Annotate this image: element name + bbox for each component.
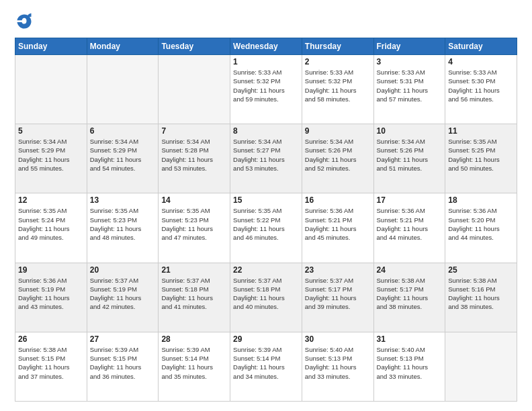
day-info: Sunrise: 5:37 AM Sunset: 5:17 PM Dayligh…: [305, 276, 371, 312]
day-info: Sunrise: 5:39 AM Sunset: 5:14 PM Dayligh…: [161, 345, 227, 381]
week-row-4: 19Sunrise: 5:36 AM Sunset: 5:19 PM Dayli…: [15, 263, 517, 332]
day-cell: [87, 55, 159, 124]
day-cell: [15, 55, 87, 124]
page: SundayMondayTuesdayWednesdayThursdayFrid…: [0, 0, 532, 411]
day-cell: 25Sunrise: 5:38 AM Sunset: 5:16 PM Dayli…: [445, 263, 517, 332]
day-cell: 3Sunrise: 5:33 AM Sunset: 5:31 PM Daylig…: [373, 55, 445, 124]
header: [15, 12, 517, 31]
day-cell: 21Sunrise: 5:37 AM Sunset: 5:18 PM Dayli…: [159, 263, 230, 332]
header-cell-friday: Friday: [373, 38, 445, 55]
day-info: Sunrise: 5:36 AM Sunset: 5:19 PM Dayligh…: [18, 276, 84, 312]
day-number: 10: [377, 126, 443, 136]
day-number: 25: [448, 265, 514, 275]
day-cell: 12Sunrise: 5:35 AM Sunset: 5:24 PM Dayli…: [15, 193, 87, 263]
day-info: Sunrise: 5:35 AM Sunset: 5:25 PM Dayligh…: [448, 137, 514, 173]
day-info: Sunrise: 5:34 AM Sunset: 5:29 PM Dayligh…: [18, 137, 84, 173]
day-number: 31: [377, 334, 443, 344]
header-cell-monday: Monday: [87, 38, 159, 55]
day-info: Sunrise: 5:35 AM Sunset: 5:22 PM Dayligh…: [233, 206, 299, 242]
header-cell-tuesday: Tuesday: [159, 38, 230, 55]
day-info: Sunrise: 5:34 AM Sunset: 5:26 PM Dayligh…: [305, 137, 371, 173]
day-number: 17: [377, 195, 443, 205]
day-cell: 10Sunrise: 5:34 AM Sunset: 5:26 PM Dayli…: [373, 124, 445, 193]
day-info: Sunrise: 5:38 AM Sunset: 5:15 PM Dayligh…: [18, 345, 84, 381]
day-info: Sunrise: 5:38 AM Sunset: 5:17 PM Dayligh…: [377, 276, 443, 312]
day-cell: 18Sunrise: 5:36 AM Sunset: 5:20 PM Dayli…: [445, 193, 517, 263]
day-cell: 5Sunrise: 5:34 AM Sunset: 5:29 PM Daylig…: [15, 124, 87, 193]
day-cell: 31Sunrise: 5:40 AM Sunset: 5:13 PM Dayli…: [373, 332, 445, 401]
day-number: 11: [448, 126, 514, 136]
day-cell: 22Sunrise: 5:37 AM Sunset: 5:18 PM Dayli…: [230, 263, 302, 332]
day-info: Sunrise: 5:36 AM Sunset: 5:21 PM Dayligh…: [305, 206, 371, 242]
day-info: Sunrise: 5:34 AM Sunset: 5:29 PM Dayligh…: [90, 137, 156, 173]
day-cell: 29Sunrise: 5:39 AM Sunset: 5:14 PM Dayli…: [230, 332, 302, 401]
day-number: 24: [377, 265, 443, 275]
day-info: Sunrise: 5:33 AM Sunset: 5:32 PM Dayligh…: [233, 68, 299, 103]
day-number: 13: [90, 195, 156, 205]
day-info: Sunrise: 5:37 AM Sunset: 5:18 PM Dayligh…: [233, 276, 299, 312]
day-cell: 15Sunrise: 5:35 AM Sunset: 5:22 PM Dayli…: [230, 193, 302, 263]
day-cell: 7Sunrise: 5:34 AM Sunset: 5:28 PM Daylig…: [159, 124, 230, 193]
day-number: 27: [90, 334, 156, 344]
week-row-1: 1Sunrise: 5:33 AM Sunset: 5:32 PM Daylig…: [15, 55, 517, 124]
day-cell: 28Sunrise: 5:39 AM Sunset: 5:14 PM Dayli…: [159, 332, 230, 401]
day-number: 9: [305, 126, 371, 136]
day-info: Sunrise: 5:33 AM Sunset: 5:32 PM Dayligh…: [305, 68, 371, 103]
day-cell: 27Sunrise: 5:39 AM Sunset: 5:15 PM Dayli…: [87, 332, 159, 401]
logo: [15, 12, 36, 31]
day-number: 12: [18, 195, 84, 205]
day-number: 3: [377, 57, 443, 66]
day-number: 7: [161, 126, 227, 136]
day-cell: 14Sunrise: 5:35 AM Sunset: 5:23 PM Dayli…: [159, 193, 230, 263]
header-cell-sunday: Sunday: [15, 38, 87, 55]
week-row-3: 12Sunrise: 5:35 AM Sunset: 5:24 PM Dayli…: [15, 193, 517, 263]
day-number: 22: [233, 265, 299, 275]
week-row-2: 5Sunrise: 5:34 AM Sunset: 5:29 PM Daylig…: [15, 124, 517, 193]
header-row: SundayMondayTuesdayWednesdayThursdayFrid…: [15, 38, 517, 55]
day-info: Sunrise: 5:37 AM Sunset: 5:18 PM Dayligh…: [161, 276, 227, 312]
header-cell-saturday: Saturday: [445, 38, 517, 55]
day-cell: 11Sunrise: 5:35 AM Sunset: 5:25 PM Dayli…: [445, 124, 517, 193]
calendar: SundayMondayTuesdayWednesdayThursdayFrid…: [15, 38, 517, 402]
day-cell: 8Sunrise: 5:34 AM Sunset: 5:27 PM Daylig…: [230, 124, 302, 193]
day-info: Sunrise: 5:40 AM Sunset: 5:13 PM Dayligh…: [305, 345, 371, 381]
header-cell-thursday: Thursday: [302, 38, 373, 55]
day-info: Sunrise: 5:37 AM Sunset: 5:19 PM Dayligh…: [90, 276, 156, 312]
day-cell: 24Sunrise: 5:38 AM Sunset: 5:17 PM Dayli…: [373, 263, 445, 332]
day-number: 30: [305, 334, 371, 344]
day-number: 8: [233, 126, 299, 136]
day-number: 20: [90, 265, 156, 275]
day-number: 21: [161, 265, 227, 275]
day-cell: [445, 332, 517, 401]
day-cell: 19Sunrise: 5:36 AM Sunset: 5:19 PM Dayli…: [15, 263, 87, 332]
day-number: 29: [233, 334, 299, 344]
day-cell: 16Sunrise: 5:36 AM Sunset: 5:21 PM Dayli…: [302, 193, 373, 263]
day-number: 4: [448, 57, 514, 66]
day-cell: 1Sunrise: 5:33 AM Sunset: 5:32 PM Daylig…: [230, 55, 302, 124]
day-info: Sunrise: 5:33 AM Sunset: 5:31 PM Dayligh…: [377, 68, 443, 103]
day-info: Sunrise: 5:35 AM Sunset: 5:23 PM Dayligh…: [161, 206, 227, 242]
day-info: Sunrise: 5:39 AM Sunset: 5:15 PM Dayligh…: [90, 345, 156, 381]
day-number: 18: [448, 195, 514, 205]
day-number: 2: [305, 57, 371, 66]
day-info: Sunrise: 5:40 AM Sunset: 5:13 PM Dayligh…: [377, 345, 443, 381]
day-number: 6: [90, 126, 156, 136]
day-info: Sunrise: 5:34 AM Sunset: 5:26 PM Dayligh…: [377, 137, 443, 173]
day-cell: 9Sunrise: 5:34 AM Sunset: 5:26 PM Daylig…: [302, 124, 373, 193]
day-cell: 20Sunrise: 5:37 AM Sunset: 5:19 PM Dayli…: [87, 263, 159, 332]
day-number: 16: [305, 195, 371, 205]
week-row-5: 26Sunrise: 5:38 AM Sunset: 5:15 PM Dayli…: [15, 332, 517, 401]
day-info: Sunrise: 5:33 AM Sunset: 5:30 PM Dayligh…: [448, 68, 514, 103]
day-info: Sunrise: 5:34 AM Sunset: 5:27 PM Dayligh…: [233, 137, 299, 173]
day-info: Sunrise: 5:35 AM Sunset: 5:23 PM Dayligh…: [90, 206, 156, 242]
day-cell: 17Sunrise: 5:36 AM Sunset: 5:21 PM Dayli…: [373, 193, 445, 263]
logo-icon: [15, 12, 34, 31]
calendar-header: SundayMondayTuesdayWednesdayThursdayFrid…: [15, 38, 517, 55]
day-cell: 26Sunrise: 5:38 AM Sunset: 5:15 PM Dayli…: [15, 332, 87, 401]
day-cell: 13Sunrise: 5:35 AM Sunset: 5:23 PM Dayli…: [87, 193, 159, 263]
day-info: Sunrise: 5:36 AM Sunset: 5:20 PM Dayligh…: [448, 206, 514, 242]
day-cell: 23Sunrise: 5:37 AM Sunset: 5:17 PM Dayli…: [302, 263, 373, 332]
day-number: 1: [233, 57, 299, 66]
day-number: 26: [18, 334, 84, 344]
day-info: Sunrise: 5:35 AM Sunset: 5:24 PM Dayligh…: [18, 206, 84, 242]
